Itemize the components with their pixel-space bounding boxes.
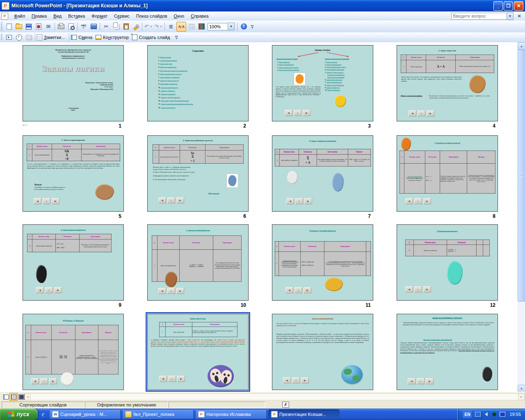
format-painter-button[interactable] — [131, 22, 140, 31]
rehearse-timings-button[interactable] — [14, 33, 23, 42]
slide-thumbnail-11[interactable]: 8.Законы дистрибутивности№Название закон… — [272, 224, 373, 301]
table-cell: А = А — [426, 60, 456, 73]
volume-tray-icon[interactable] — [483, 412, 489, 417]
tray-clock[interactable]: 19:55 — [509, 412, 521, 417]
vertical-scrollbar[interactable]: ▲ ▼ — [518, 42, 525, 392]
menu-Вставка[interactable]: Вставка — [65, 12, 88, 20]
menu-Формат[interactable]: Формат — [88, 12, 111, 20]
close-document-icon[interactable]: ✕ — [516, 13, 523, 19]
question-dropdown-icon[interactable]: ▼ — [507, 12, 514, 20]
network-tray-icon[interactable] — [475, 412, 481, 417]
toolbar-options-icon[interactable]: ▾▾▼ — [173, 33, 179, 41]
slide-sorter-view-button[interactable] — [9, 393, 18, 401]
table-cell: - отрицание дизъюнкции есть конъюнкция о… — [75, 340, 98, 374]
print-button[interactable] — [57, 22, 66, 31]
antivirus-spider-tray-icon[interactable]: ✱ — [491, 412, 497, 417]
scrollbar-thumb[interactable] — [518, 50, 525, 301]
slide-thumbnail-5[interactable]: 2. Закон непротиворечия№Название законаО… — [23, 135, 124, 212]
table-cell: 2 — [27, 149, 32, 161]
slide-thumbnail-10[interactable]: 7. Закон ассоциативности№Название закона… — [147, 224, 249, 301]
slide-show-from-current-button[interactable] — [5, 33, 14, 42]
close-button[interactable]: ✕ — [514, 1, 523, 11]
copy-button[interactable] — [112, 22, 121, 31]
toolbar-grip[interactable] — [1, 22, 2, 30]
table-cell: Закон непротиворечия — [32, 149, 52, 161]
toolbar-grip[interactable] — [1, 34, 2, 41]
menu-Вид[interactable]: Вид — [50, 12, 65, 20]
cut-button[interactable]: ✂ — [102, 22, 111, 31]
taskbar-button[interactable]: PНагорнова Исламова — [195, 409, 267, 419]
email-button[interactable]: ✉ — [44, 22, 53, 31]
notes-button[interactable]: Заметки... — [37, 33, 67, 42]
restore-button[interactable]: ❐ — [504, 1, 513, 11]
hide-slide-button[interactable] — [24, 33, 33, 42]
slide-thumbnail-13[interactable]: 10.Законы де Моргана№Название законаОбоз… — [23, 314, 124, 390]
slide-thumbnail-7[interactable]: 4. Закон двойного отрицания№Название зак… — [272, 135, 373, 212]
spelling-button[interactable]: ABC✓ — [79, 22, 88, 31]
redo-button[interactable]: ↷▼ — [154, 22, 163, 31]
new-document-button[interactable] — [5, 22, 14, 31]
hyperlink-list: 1. Число 12345 либо четное, либо нечетно… — [153, 171, 222, 182]
expand-all-button[interactable]: ≣ — [167, 22, 176, 31]
slideshow-view-button[interactable] — [17, 393, 25, 401]
open-button[interactable] — [14, 22, 23, 31]
help-button[interactable]: ? — [239, 22, 248, 31]
slide-nav-buttons: ◄⌂► — [36, 287, 62, 293]
hscroll-right-icon[interactable]: ► — [518, 393, 525, 400]
slide-thumbnail-15[interactable]: Закон непротиворечиядва противоположных … — [272, 314, 373, 390]
transition-button[interactable]: Смена — [71, 33, 95, 42]
taskbar-button[interactable]: WСценарий_урока - M... — [49, 409, 121, 419]
slide-nav-buttons: ◄⌂► — [158, 288, 184, 294]
taskbar-button[interactable]: 9кл_Проект_логика — [122, 409, 194, 419]
display-tray-icon[interactable] — [500, 412, 505, 417]
scroll-up-icon[interactable]: ▲ — [518, 42, 525, 50]
slide-thumbnail-16[interactable]: Закон исключённого третьего• Два противо… — [397, 314, 498, 390]
design-template-status[interactable]: Оформление по умолчанию — [85, 402, 168, 408]
question-input[interactable] — [451, 13, 507, 20]
taskbar-button[interactable]: PПрезентация Ксюши... — [268, 409, 340, 419]
horizontal-scrollbar[interactable] — [30, 393, 518, 400]
language-indicator[interactable]: EN — [463, 411, 472, 418]
paste-button[interactable] — [121, 22, 130, 31]
slide-thumbnail-8[interactable]: 5. Законы идемпотентности№Название закон… — [397, 135, 498, 212]
minimize-button[interactable]: _ — [493, 1, 503, 11]
slide-thumbnail-4[interactable]: 1. Закон тождества№Название законаОбозна… — [397, 45, 498, 121]
toolbar-separator — [100, 23, 100, 31]
menu-Показ слайдов[interactable]: Показ слайдов — [133, 12, 171, 20]
undo-button[interactable]: ↶▼ — [144, 22, 153, 31]
color-grayscale-button[interactable] — [197, 22, 206, 31]
slide-thumbnail-3[interactable]: Законы логики.Законы формальной логики1.… — [272, 45, 373, 121]
new-slide-button[interactable]: Создать слайд — [132, 33, 172, 42]
slide-thumbnail-14[interactable]: Закон тождества.№Название законаФормулир… — [147, 314, 249, 390]
permission-button[interactable] — [34, 22, 43, 31]
menu-Сервис[interactable]: Сервис — [111, 12, 133, 20]
menu-bar: P ФайлПравкаВидВставкаФорматСервисПоказ … — [0, 11, 525, 21]
theater-masks-image — [208, 365, 234, 387]
save-button[interactable] — [24, 22, 33, 31]
menu-Справка[interactable]: Справка — [187, 12, 212, 20]
slide-thumbnail-12[interactable]: 9.Законы поглощения№Название законаОбозн… — [397, 224, 498, 301]
slide-thumbnail-2[interactable]: Содержание1. Законы логики2. Алгебра выс… — [147, 45, 249, 121]
zoom-dropdown-icon[interactable]: ▼ — [228, 23, 235, 30]
table-header-cell: Название закона — [157, 236, 180, 250]
table-header-cell — [477, 240, 483, 245]
table-cell: А = А — [299, 155, 317, 167]
quick-launch-ie-icon[interactable]: e — [39, 411, 48, 418]
menu-Файл[interactable]: Файл — [11, 12, 28, 20]
menu-Окно[interactable]: Окно — [171, 12, 188, 20]
menu-Правка[interactable]: Правка — [28, 12, 50, 20]
slide-thumbnail-6[interactable]: 3. Закон исключённого третьего№Название … — [147, 135, 249, 212]
slide-text: То есть, если высказывание А - истинно, … — [27, 163, 120, 182]
grid-button[interactable] — [187, 22, 196, 31]
toolbar-options-icon[interactable]: ▾▾▼ — [249, 23, 255, 31]
design-button[interactable]: Конструктор — [96, 33, 131, 42]
show-formatting-button[interactable]: A/A — [176, 22, 186, 32]
zoom-combo[interactable]: 100%▼ — [208, 23, 235, 30]
print-preview-button[interactable] — [66, 22, 75, 31]
start-button[interactable]: пуск — [0, 409, 38, 420]
slide-thumbnail-9[interactable]: 6. Закон коммутативности№Название закона… — [23, 224, 124, 301]
slide-number: 8 — [483, 213, 495, 219]
slide-thumbnail-1[interactable]: Муниципальное общеобразовательное учрежд… — [23, 45, 124, 121]
research-button[interactable] — [89, 22, 98, 31]
normal-view-button[interactable] — [2, 393, 10, 401]
